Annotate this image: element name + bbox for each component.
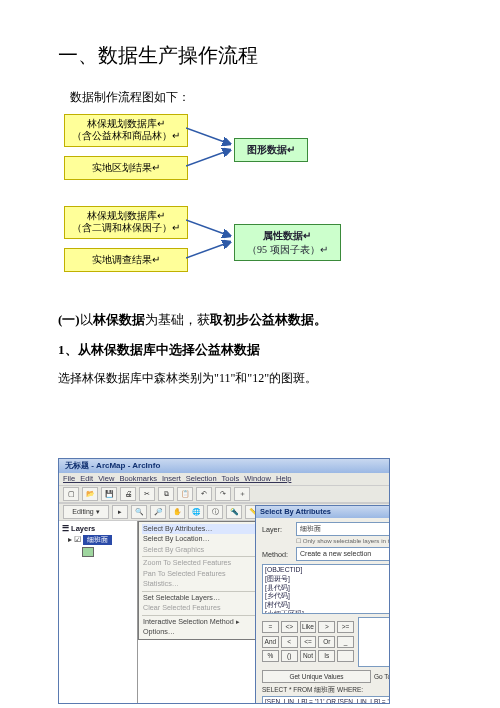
menu-set-selectable-layers[interactable]: Set Selectable Layers… — [142, 593, 262, 603]
flowchart-2: 林保规划数据库↵ （含二调和林保因子）↵ 实地调查结果↵ 属性数据↵ （95 项… — [64, 206, 456, 306]
heading-main: 一、数据生产操作流程 — [58, 40, 456, 70]
method-dropdown[interactable]: Create a new selection — [296, 547, 390, 561]
tool-redo-icon[interactable]: ↷ — [215, 487, 231, 501]
op-lte[interactable]: <= — [300, 636, 317, 648]
sql-label: SELECT * FROM 细班面 WHERE: — [262, 686, 390, 695]
get-unique-values-button[interactable]: Get Unique Values — [262, 670, 371, 683]
section-1-heading: (一)以林保数据为基础，获取初步公益林数据。 — [58, 310, 456, 330]
values-listbox[interactable] — [358, 617, 390, 667]
op-is[interactable]: Is — [318, 650, 335, 662]
op-gte[interactable]: >= — [337, 621, 354, 633]
layer-hint: ☐ Only show selectable layers in this li… — [296, 537, 390, 544]
tool-identify-icon[interactable]: ⓘ — [207, 505, 223, 519]
flow1-source1: 林保规划数据库↵ （含公益林和商品林）↵ — [64, 114, 188, 147]
op-neq[interactable]: <> — [281, 621, 298, 633]
flow1-arrows — [186, 114, 246, 184]
goto-label: Go To: — [374, 673, 390, 680]
flow1-source2: 实地区划结果↵ — [64, 156, 188, 180]
svg-line-3 — [186, 242, 230, 258]
arcmap-titlebar: 无标题 - ArcMap - ArcInfo — [59, 459, 389, 473]
editing-dropdown[interactable]: Editing ▾ — [63, 505, 109, 519]
svg-line-2 — [186, 220, 230, 236]
arcmap-window: 无标题 - ArcMap - ArcInfo File Edit View Bo… — [58, 458, 390, 704]
op-eq[interactable]: = — [262, 621, 279, 633]
menu-options[interactable]: Options… — [142, 627, 262, 637]
tool-print-icon[interactable]: 🖨 — [120, 487, 136, 501]
flowchart-1: 林保规划数据库↵ （含公益林和商品林）↵ 实地区划结果↵ 图形数据↵ — [64, 114, 456, 206]
tool-copy-icon[interactable]: ⧉ — [158, 487, 174, 501]
arcmap-menubar[interactable]: File Edit View Bookmarks Insert Selectio… — [59, 473, 389, 485]
section-1-1-body: 选择林保数据库中森林类别为"11"和"12"的图斑。 — [58, 369, 456, 387]
flow2-arrows — [186, 206, 246, 276]
op-like[interactable]: Like — [300, 621, 317, 633]
tool-pointer-icon[interactable]: ▸ — [112, 505, 128, 519]
menu-select-by-location[interactable]: Select By Location… — [142, 534, 262, 544]
svg-line-0 — [186, 128, 230, 144]
flow2-source1: 林保规划数据库↵ （含二调和林保因子）↵ — [64, 206, 188, 239]
tool-save-icon[interactable]: 💾 — [101, 487, 117, 501]
tool-undo-icon[interactable]: ↶ — [196, 487, 212, 501]
svg-line-1 — [186, 150, 230, 166]
menu-statistics: Statistics… — [142, 579, 262, 589]
selection-menu: Select By Attributes… Select By Location… — [138, 521, 266, 640]
menu-clear-selected: Clear Selected Features — [142, 603, 262, 613]
toc-panel: ☰ Layers ▸ ☑ 细班面 — [59, 521, 138, 704]
menu-interactive-method[interactable]: Interactive Selection Method ▸ — [142, 617, 262, 627]
intro-text: 数据制作流程图如下： — [70, 88, 456, 106]
op-wild1[interactable]: _ — [337, 636, 354, 648]
section-1-1-heading: 1、从林保数据库中选择公益林数据 — [58, 340, 456, 360]
menu-zoom-selected: Zoom To Selected Features — [142, 558, 262, 568]
tool-paste-icon[interactable]: 📋 — [177, 487, 193, 501]
op-and[interactable]: And — [262, 636, 279, 648]
tool-find-icon[interactable]: 🔦 — [226, 505, 242, 519]
op-blank[interactable] — [337, 650, 354, 662]
layer-label: Layer: — [262, 525, 292, 534]
tool-add-data-icon[interactable]: ＋ — [234, 487, 250, 501]
menu-pan-selected: Pan To Selected Features — [142, 569, 262, 579]
op-paren[interactable]: () — [281, 650, 298, 662]
tool-pan-icon[interactable]: ✋ — [169, 505, 185, 519]
tool-zoomout-icon[interactable]: 🔎 — [150, 505, 166, 519]
layer-swatch-icon — [82, 547, 94, 557]
op-gt[interactable]: > — [318, 621, 335, 633]
arcmap-toolbar-1: ▢ 📂 💾 🖨 ✂ ⧉ 📋 ↶ ↷ ＋ — [59, 485, 389, 503]
op-not[interactable]: Not — [300, 650, 317, 662]
op-lt[interactable]: < — [281, 636, 298, 648]
toc-header: ☰ Layers — [62, 524, 134, 533]
sql-textarea[interactable]: [SEN_LIN_LB] = '11' OR [SEN_LIN_LB] = '1… — [262, 696, 390, 704]
menu-select-by-attributes[interactable]: Select By Attributes… — [142, 524, 262, 534]
select-by-attributes-dialog: Select By Attributes Layer: 细班面 ☐ Only s… — [255, 505, 390, 704]
flow2-source2: 实地调查结果↵ — [64, 248, 188, 272]
toc-layer-active[interactable]: 细班面 — [83, 535, 112, 545]
operator-grid: = <> Like > >= And < <= Or _ % () Not Is — [262, 621, 354, 663]
tool-new-icon[interactable]: ▢ — [63, 487, 79, 501]
op-wild2[interactable]: % — [262, 650, 279, 662]
dialog-titlebar: Select By Attributes — [256, 506, 390, 518]
op-or[interactable]: Or — [318, 636, 335, 648]
layer-dropdown[interactable]: 细班面 — [296, 522, 390, 536]
fields-listbox[interactable]: [OBJECTID] [图斑号] [县代码] [乡代码] [村代码] [小细工区… — [262, 564, 390, 614]
tool-cut-icon[interactable]: ✂ — [139, 487, 155, 501]
flow2-target: 属性数据↵ （95 项因子表）↵ — [234, 224, 341, 261]
menu-select-by-graphics: Select By Graphics — [142, 545, 262, 555]
tool-open-icon[interactable]: 📂 — [82, 487, 98, 501]
tool-zoomin-icon[interactable]: 🔍 — [131, 505, 147, 519]
method-label: Method: — [262, 550, 292, 559]
tool-full-extent-icon[interactable]: 🌐 — [188, 505, 204, 519]
